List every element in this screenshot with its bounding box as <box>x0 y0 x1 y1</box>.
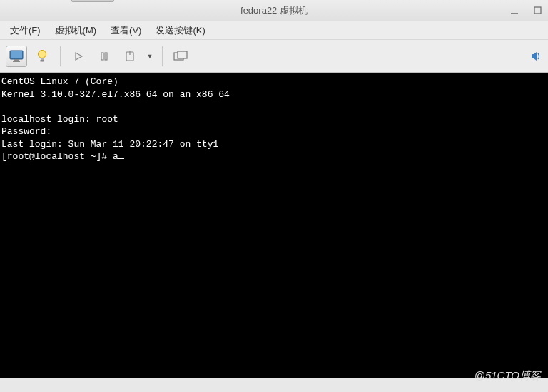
svg-marker-10 <box>76 53 82 60</box>
menu-vm[interactable]: 虚拟机(M) <box>49 22 103 39</box>
play-icon <box>73 51 83 61</box>
fullscreen-button[interactable] <box>170 46 191 67</box>
monitor-icon <box>9 50 24 63</box>
terminal-login-line: localhost login: root <box>1 114 118 125</box>
menu-file[interactable]: 文件(F) <box>4 22 46 39</box>
toolbar-separator <box>60 46 61 66</box>
pause-icon <box>99 51 109 61</box>
terminal-line: Kernel 3.10.0-327.el7.x86_64 on an x86_6… <box>1 89 230 100</box>
svg-rect-3 <box>11 51 22 58</box>
dropdown-button[interactable]: ▼ <box>145 53 155 60</box>
terminal-input: a <box>113 151 118 162</box>
monitor-button[interactable] <box>6 46 27 67</box>
svg-point-6 <box>39 50 46 58</box>
terminal-line: CentOS Linux 7 (Core) <box>1 76 118 87</box>
terminal-cursor <box>118 158 124 159</box>
window-controls <box>509 6 542 16</box>
play-button[interactable] <box>68 46 89 67</box>
pause-button[interactable] <box>93 46 115 67</box>
toolbar: ▼ <box>0 40 548 73</box>
terminal[interactable]: CentOS Linux 7 (Core) Kernel 3.10.0-327.… <box>0 73 548 378</box>
svg-rect-5 <box>13 61 20 62</box>
svg-rect-8 <box>41 60 44 61</box>
menu-view[interactable]: 查看(V) <box>105 22 147 39</box>
speaker-icon <box>531 51 542 62</box>
watermark: @51CTO博客 <box>475 369 541 383</box>
lightbulb-button[interactable] <box>31 46 53 67</box>
stop-button[interactable] <box>119 46 141 67</box>
fullscreen-icon <box>173 51 188 62</box>
toolbar-separator <box>162 46 163 66</box>
terminal-password-line: Password: <box>1 126 51 137</box>
svg-rect-4 <box>14 59 19 61</box>
chevron-down-icon: ▼ <box>147 53 153 60</box>
menubar: 文件(F) 虚拟机(M) 查看(V) 发送按键(K) <box>0 21 548 40</box>
svg-rect-9 <box>41 61 44 61</box>
menu-sendkeys[interactable]: 发送按键(K) <box>150 22 210 39</box>
maximize-button[interactable] <box>532 6 542 16</box>
terminal-prompt: [root@localhost ~]# <box>1 151 113 162</box>
lightbulb-icon <box>36 49 48 63</box>
svg-marker-17 <box>532 52 537 61</box>
sound-button[interactable] <box>531 51 542 62</box>
svg-rect-1 <box>534 7 541 14</box>
titlebar: fedora22 虚拟机 <box>0 0 548 21</box>
svg-rect-11 <box>101 53 103 60</box>
window-title: fedora22 虚拟机 <box>240 4 308 17</box>
titlebar-tab-decoration <box>71 0 114 2</box>
svg-rect-12 <box>105 53 107 60</box>
svg-rect-7 <box>41 58 44 60</box>
shutdown-icon <box>125 51 135 62</box>
terminal-lastlogin-line: Last login: Sun Mar 11 20:22:47 on tty1 <box>1 139 218 150</box>
svg-rect-16 <box>178 51 187 58</box>
minimize-button[interactable] <box>509 6 519 16</box>
